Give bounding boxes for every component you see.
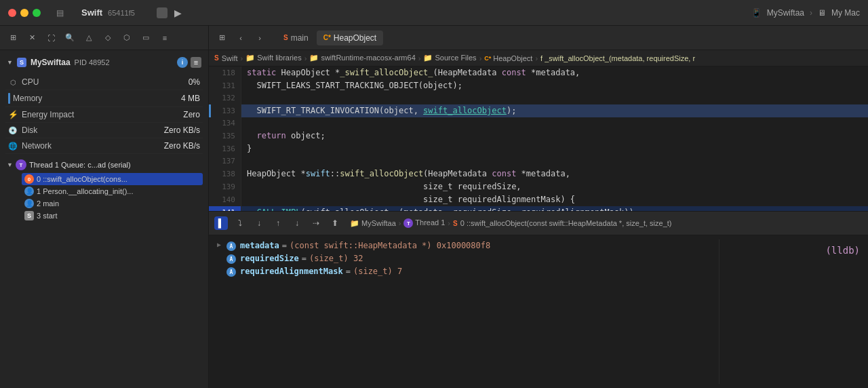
code-line-139: 139 size_t requiredSize, <box>209 180 868 193</box>
process-name: MySwiftaa <box>31 58 71 67</box>
alignmentmask-var-icon: A <box>226 267 236 277</box>
alignmentmask-eq: = <box>346 267 351 276</box>
thread-name: Thread 1 Queue: c...ad (serial) <box>29 161 131 169</box>
network-metric: 🌐 Network Zero KB/s <box>5 138 203 154</box>
thread-badge: T Thread 1 <box>403 218 445 229</box>
line-content-136: } <box>241 142 868 155</box>
code-line-131: 131 SWIFT_LEAKS_START_TRACKING_OBJECT(ob… <box>209 79 868 92</box>
tab-main[interactable]: S main <box>277 31 315 45</box>
nav-back-icon[interactable]: ‹ <box>233 31 248 45</box>
requiredsize-eq: = <box>302 254 307 263</box>
line-num-118: 118 <box>209 66 241 79</box>
run-button[interactable]: ▶ <box>173 7 184 18</box>
bc-swift-libs[interactable]: 📁 Swift libraries <box>245 54 301 62</box>
jump-btn[interactable]: ⇢ <box>309 216 323 230</box>
sidebar-toggle-icon[interactable]: ▤ <box>54 7 65 18</box>
editor-breadcrumb: S Swift › 📁 Swift libraries › 📁 swiftRun… <box>209 50 868 66</box>
step-inst-btn[interactable]: ↓ <box>290 216 304 230</box>
metadata-name: metadata <box>240 241 279 250</box>
thread-1-header[interactable]: ▼ T Thread 1 Queue: c...ad (serial) <box>5 157 203 173</box>
code-line-132: 132 <box>209 92 868 104</box>
right-panel: ⊞ ‹ › S main C* HeapObject S Swift › 📁 S… <box>209 26 868 388</box>
thread-icon: T <box>16 159 26 170</box>
bc-swift-label[interactable]: Swift <box>222 54 238 62</box>
frame-2[interactable]: 👤 2 main <box>22 197 203 210</box>
expand-icon: ▼ <box>7 59 13 66</box>
grid-view-icon[interactable]: ⊞ <box>214 31 229 45</box>
tab-main-label: main <box>291 33 309 43</box>
requiredsize-value: (size_t) 32 <box>309 254 363 263</box>
alignmentmask-name: requiredAlignmentMask <box>240 267 343 276</box>
variable-list: ▶ A metadata = (const swift::HeapMetadat… <box>209 239 719 384</box>
grid-icon[interactable]: ⊞ <box>5 31 20 45</box>
frame-0-icon: 0 <box>24 174 34 184</box>
memory-metric: Memory 4 MB <box>5 90 203 107</box>
cpu-icon: ⬡ <box>8 77 18 87</box>
metadata-expand-icon[interactable]: ▶ <box>217 241 224 248</box>
app-hash: 65411f5 <box>108 9 135 17</box>
process-header[interactable]: ▼ S MySwiftaa PID 48952 i ≡ <box>5 54 203 71</box>
step-over-btn[interactable]: ⤵ <box>233 216 247 230</box>
code-line-133: 133 SWIFT_RT_TRACK_INVOCATION(object, sw… <box>209 104 868 117</box>
code-area[interactable]: 118 static HeapObject *_swift_allocObjec… <box>209 66 868 211</box>
bc-source[interactable]: 📁 Source Files <box>423 54 476 62</box>
line-num-134: 134 <box>209 117 241 130</box>
search-icon[interactable]: 🔍 <box>62 31 77 45</box>
close-button[interactable] <box>8 9 16 17</box>
code-line-136: 136 } <box>209 142 868 155</box>
line-content-118: static HeapObject *_swift_allocObject_(H… <box>241 66 868 79</box>
minimize-button[interactable] <box>20 9 28 17</box>
warning-icon[interactable]: △ <box>81 31 96 45</box>
frame-0[interactable]: 0 0 ::swift_allocObject(cons... <box>22 173 203 185</box>
step-out-btn[interactable]: ↑ <box>271 216 285 230</box>
process-app-icon: S <box>17 58 26 67</box>
lldb-panel: (lldb) <box>719 239 868 384</box>
line-content-141: CALL_IMPL(swift_allocObject, (metadata, … <box>241 206 868 211</box>
energy-icon: ⚡ <box>8 110 18 119</box>
line-num-133: 133 <box>209 104 241 117</box>
bc-heapobj[interactable]: C* HeapObject <box>484 54 532 62</box>
rect-icon[interactable]: ▭ <box>138 31 153 45</box>
line-content-133: SWIFT_RT_TRACK_INVOCATION(object, swift_… <box>241 104 868 117</box>
step-into-btn[interactable]: ↓ <box>252 216 266 230</box>
list-icon[interactable]: ≡ <box>157 31 172 45</box>
bc-runtime[interactable]: 📁 swiftRuntime-macosx-arm64 <box>309 54 415 62</box>
line-content-131: SWIFT_LEAKS_START_TRACKING_OBJECT(object… <box>241 79 868 92</box>
line-num-138: 138 <box>209 168 241 180</box>
record-btn[interactable]: ▌ <box>214 216 228 230</box>
app-identity: Swift 65411f5 <box>81 7 135 18</box>
info-icon[interactable]: i <box>177 57 188 68</box>
cpu-metric: ⬡ CPU 0% <box>5 75 203 90</box>
line-num-137: 137 <box>209 155 241 168</box>
lldb-label: (lldb) <box>825 245 860 256</box>
line-num-131: 131 <box>209 79 241 92</box>
fullscreen-button[interactable] <box>33 9 41 17</box>
frame-3[interactable]: S 3 start <box>22 210 203 222</box>
frame-2-name: 2 main <box>37 199 59 208</box>
metadata-value: (const swift::HeapMetadata *) 0x1000080f… <box>290 241 490 250</box>
hierarchy-icon[interactable]: ⛶ <box>43 31 58 45</box>
var-requiredsize: ▶ A requiredSize = (size_t) 32 <box>214 252 713 265</box>
env-icon[interactable]: ⬡ <box>119 31 134 45</box>
debug-bc-frame-icon: S <box>453 220 458 227</box>
code-line-138: 138 HeapObject *swift::swift_allocObject… <box>209 168 868 180</box>
tab-heapobject[interactable]: C* HeapObject <box>317 31 384 45</box>
line-num-132: 132 <box>209 92 241 104</box>
frame-1-icon: 👤 <box>24 187 34 196</box>
frame-3-icon: S <box>24 211 34 220</box>
frame-1[interactable]: 👤 1 Person.__allocating_init()... <box>22 185 203 197</box>
menu-icon[interactable]: ≡ <box>191 57 201 68</box>
process-info-buttons: i ≡ <box>177 57 201 68</box>
process-section: ▼ S MySwiftaa PID 48952 i ≡ <box>0 50 208 75</box>
diamond-icon[interactable]: ◇ <box>100 31 115 45</box>
code-line-118: 118 static HeapObject *_swift_allocObjec… <box>209 66 868 79</box>
metadata-eq: = <box>282 241 287 250</box>
stop-button[interactable] <box>157 7 167 18</box>
close-sidebar-icon[interactable]: ✕ <box>24 31 39 45</box>
nav-forward-icon[interactable]: › <box>252 31 267 45</box>
bc-fn[interactable]: f _swift_allocObject_(metadata, required… <box>540 54 695 62</box>
line-num-135: 135 <box>209 130 241 142</box>
share-btn[interactable]: ⬆ <box>328 216 342 230</box>
debug-bc-app: 📁 MySwiftaa <box>350 219 396 228</box>
frame-0-name: 0 ::swift_allocObject(cons... <box>37 175 127 183</box>
